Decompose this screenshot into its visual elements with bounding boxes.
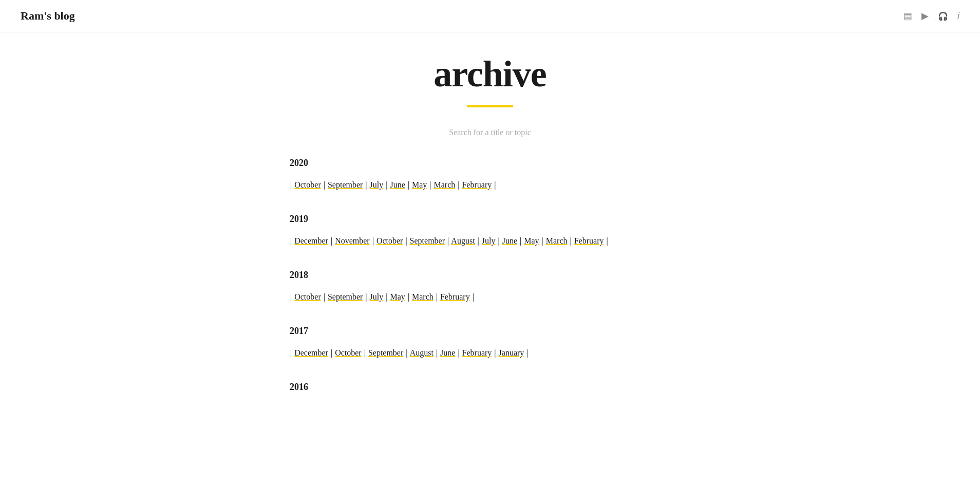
title-underline — [467, 105, 513, 107]
month-link[interactable]: December — [294, 236, 328, 245]
month-link[interactable]: July — [482, 236, 496, 245]
separator: | — [458, 180, 459, 189]
year-section-2019: 2019| December | November | October | Se… — [290, 214, 690, 249]
month-link[interactable]: May — [412, 180, 427, 189]
main-content: archive 2020| October | September | July… — [279, 32, 701, 444]
month-link[interactable]: September — [328, 180, 363, 189]
separator: | — [408, 292, 409, 301]
month-link[interactable]: July — [370, 292, 384, 301]
separator: | — [290, 292, 294, 301]
separator: | — [365, 180, 367, 189]
month-link[interactable]: August — [451, 236, 475, 245]
separator: | — [494, 348, 496, 357]
separator: | — [494, 180, 496, 189]
month-link[interactable]: September — [368, 348, 403, 357]
header-icons: ▤ ▶ 🎧 i — [903, 10, 959, 22]
headphones-icon[interactable]: 🎧 — [938, 11, 948, 21]
separator: | — [458, 348, 459, 357]
year-section-2020: 2020| October | September | July | June … — [290, 158, 690, 193]
youtube-icon[interactable]: ▶ — [921, 10, 929, 22]
month-link[interactable]: June — [440, 348, 455, 357]
month-link[interactable]: January — [499, 348, 524, 357]
months-row-2017: | December | October | September | Augus… — [290, 345, 690, 361]
month-link[interactable]: June — [502, 236, 517, 245]
separator: | — [542, 236, 543, 245]
separator: | — [364, 348, 366, 357]
separator: | — [324, 180, 325, 189]
month-link[interactable]: March — [434, 180, 456, 189]
separator: | — [606, 236, 608, 245]
search-input[interactable] — [413, 128, 567, 137]
month-link[interactable]: September — [410, 236, 445, 245]
separator: | — [520, 236, 521, 245]
separator: | — [405, 236, 407, 245]
separator: | — [570, 236, 572, 245]
month-link[interactable]: September — [328, 292, 363, 301]
year-section-2017: 2017| December | October | September | A… — [290, 326, 690, 361]
month-link[interactable]: October — [335, 348, 362, 357]
month-link[interactable]: June — [390, 180, 405, 189]
separator: | — [331, 236, 332, 245]
site-title[interactable]: Ram's blog — [21, 9, 75, 23]
years-container: 2020| October | September | July | June … — [290, 158, 690, 393]
year-heading-2016: 2016 — [290, 382, 690, 393]
month-link[interactable]: October — [294, 180, 321, 189]
month-link[interactable]: December — [294, 348, 328, 357]
separator: | — [372, 236, 374, 245]
year-heading-2020: 2020 — [290, 158, 690, 169]
month-link[interactable]: February — [440, 292, 470, 301]
month-link[interactable]: February — [462, 348, 492, 357]
month-link[interactable]: March — [546, 236, 568, 245]
separator: | — [473, 292, 474, 301]
page-title: archive — [290, 53, 690, 96]
separator: | — [331, 348, 332, 357]
year-heading-2018: 2018 — [290, 270, 690, 281]
separator: | — [365, 292, 367, 301]
month-link[interactable]: May — [390, 292, 405, 301]
separator: | — [386, 180, 387, 189]
separator: | — [436, 348, 438, 357]
separator: | — [324, 292, 325, 301]
separator: | — [408, 180, 409, 189]
info-icon[interactable]: i — [957, 11, 959, 22]
separator: | — [478, 236, 479, 245]
month-link[interactable]: October — [376, 236, 403, 245]
month-link[interactable]: July — [370, 180, 384, 189]
month-link[interactable]: February — [462, 180, 492, 189]
month-link[interactable]: October — [294, 292, 321, 301]
separator: | — [290, 180, 294, 189]
months-row-2020: | October | September | July | June | Ma… — [290, 177, 690, 193]
year-heading-2019: 2019 — [290, 214, 690, 225]
month-link[interactable]: March — [412, 292, 434, 301]
separator: | — [406, 348, 407, 357]
year-section-2018: 2018| October | September | July | May |… — [290, 270, 690, 305]
search-container — [290, 128, 690, 137]
month-link[interactable]: May — [524, 236, 539, 245]
separator: | — [290, 236, 294, 245]
months-row-2019: | December | November | October | Septem… — [290, 233, 690, 249]
month-link[interactable]: August — [410, 348, 434, 357]
year-heading-2017: 2017 — [290, 326, 690, 337]
document-icon[interactable]: ▤ — [903, 10, 912, 22]
month-link[interactable]: November — [335, 236, 370, 245]
months-row-2018: | October | September | July | May | Mar… — [290, 289, 690, 305]
month-link[interactable]: February — [574, 236, 604, 245]
site-header: Ram's blog ▤ ▶ 🎧 i — [0, 0, 980, 32]
separator: | — [429, 180, 431, 189]
separator: | — [447, 236, 449, 245]
separator: | — [526, 348, 528, 357]
separator: | — [498, 236, 499, 245]
year-section-2016: 2016 — [290, 382, 690, 393]
separator: | — [386, 292, 387, 301]
separator: | — [290, 348, 294, 357]
separator: | — [436, 292, 438, 301]
